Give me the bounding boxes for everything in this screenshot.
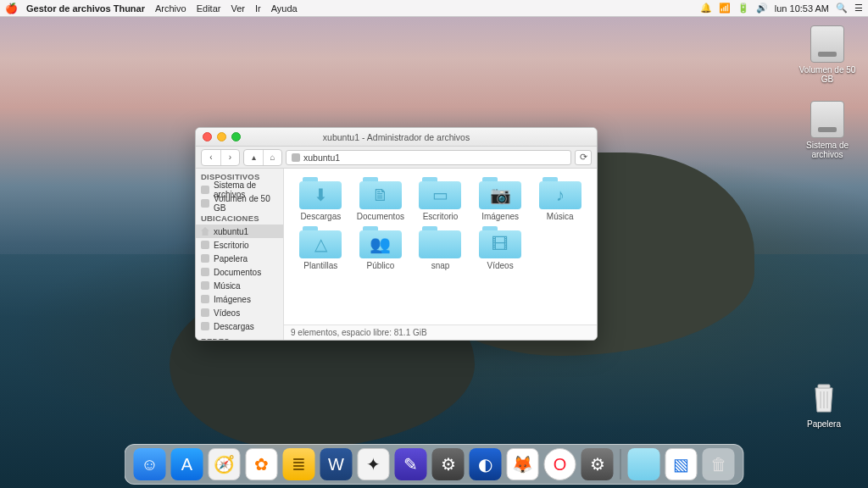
dock-trash[interactable]: 🗑 [703,448,735,480]
desktop-filesystem[interactable]: Sistema de archivos [797,101,858,159]
folder-item-vídeos[interactable]: 🎞Vídeos [472,226,529,270]
maximize-button[interactable] [231,132,241,141]
drive-icon [810,25,844,63]
sidebar-place-desktop[interactable]: Escritorio [196,238,283,252]
nav-home-button[interactable]: ⌂ [263,150,281,165]
wifi-icon[interactable]: 📶 [719,3,731,14]
desktop-trash-label: Papelera [807,419,841,429]
dock-folder[interactable] [628,448,660,480]
desktop-volume-label: Volumen de 50 GB [797,65,858,84]
folder-item-snap[interactable]: snap [412,226,469,270]
folder-item-escritorio[interactable]: ▭Escritorio [412,177,469,221]
menu-archivo[interactable]: Archivo [155,3,186,14]
folder-item-documentos[interactable]: 🗎Documentos [353,177,409,221]
dock-imovie[interactable]: ✦ [358,448,390,480]
folder-item-público[interactable]: 👥Público [353,226,409,270]
video-icon [201,308,209,317]
menubar: 🍎 Gestor de archivos Thunar Archivo Edit… [0,0,868,17]
sidebar-place-trash[interactable]: Papelera [196,252,283,265]
control-center-icon[interactable]: ☰ [854,3,863,14]
sidebar-network-heading: REDES [196,333,283,340]
folder-icon: ⬇ [299,177,342,209]
menu-ir[interactable]: Ir [255,3,261,14]
nav-up-button[interactable]: ▴ [244,150,263,165]
folder-icon: 👥 [359,226,402,258]
folder-label: Descargas [300,212,341,221]
nav-back-button[interactable]: ‹ [202,150,220,165]
window-titlebar[interactable]: xubuntu1 - Administrador de archivos [196,128,597,147]
folder-icon: 🗎 [359,177,402,209]
dock-word[interactable]: W [320,448,353,480]
folder-label: Vídeos [487,261,514,270]
refresh-button[interactable]: ⟳ [575,150,592,165]
sidebar-place-pictures[interactable]: Imágenes [196,292,283,306]
menu-ayuda[interactable]: Ayuda [271,3,298,14]
drive-icon [810,101,844,138]
trash-icon [201,254,209,263]
dock-notes[interactable]: ≣ [283,448,315,480]
folder-item-música[interactable]: ♪Música [531,177,588,221]
menubar-app-name[interactable]: Gestor de archivos Thunar [26,3,145,14]
folder-icon: 🎞 [479,226,521,258]
trash-icon [808,380,840,417]
sidebar-device-volume[interactable]: Volumen de 50 GB [196,197,283,210]
menu-editar[interactable]: Editar [197,3,221,14]
dock-appstore[interactable]: A [171,448,203,480]
status-text: 9 elementos, espacio libre: 81.1 GiB [291,328,427,337]
battery-icon[interactable]: 🔋 [737,3,749,14]
sidebar-place-music[interactable]: Música [196,279,283,292]
folder-icon: 📷 [479,177,521,209]
menu-ver[interactable]: Ver [231,3,245,14]
folder-label: snap [431,261,450,270]
folder-icon [201,241,209,249]
path-bar[interactable]: xubuntu1 [286,150,571,165]
dock-firefox[interactable]: 🦊 [507,448,539,480]
folder-item-imágenes[interactable]: 📷Imágenes [472,177,529,221]
folder-icon: △ [299,226,342,258]
folder-item-plantillas[interactable]: △Plantillas [292,226,349,270]
folder-label: Música [547,212,574,221]
close-button[interactable] [203,132,212,141]
music-icon [201,281,209,290]
content-pane[interactable]: ⬇Descargas🗎Documentos▭Escritorio📷Imágene… [284,169,597,340]
volume-icon[interactable]: 🔊 [756,3,768,14]
sidebar-place-downloads[interactable]: Descargas [196,319,283,333]
home-icon [292,153,300,162]
dock-settings[interactable]: ⚙ [432,448,465,480]
sidebar-place-videos[interactable]: Vídeos [196,306,283,319]
dock-photos[interactable]: ✿ [246,448,278,480]
dock-ink[interactable]: ✎ [395,448,427,480]
folder-label: Plantillas [303,261,337,270]
dock-gear[interactable]: ⚙ [581,448,614,480]
desktop-trash[interactable]: Papelera [793,380,854,429]
desktop-icons: Volumen de 50 GB Sistema de archivos [797,25,858,159]
folder-label: Imágenes [481,212,519,221]
toolbar: ‹ › ▴ ⌂ xubuntu1 ⟳ [196,147,597,169]
menubar-clock[interactable]: lun 10:53 AM [775,3,829,14]
nav-forward-button[interactable]: › [220,150,239,165]
apple-menu-icon[interactable]: 🍎 [5,3,18,14]
dock-stack[interactable]: ▧ [665,448,698,480]
minimize-button[interactable] [217,132,226,141]
breadcrumb-current[interactable]: xubuntu1 [303,152,340,163]
dock-opera[interactable]: O [544,448,576,480]
folder-icon: ▭ [419,177,461,209]
folder-item-descargas[interactable]: ⬇Descargas [292,177,349,221]
folder-label: Documentos [357,212,404,221]
sidebar-place-documents[interactable]: Documentos [196,265,283,279]
image-icon [201,295,209,303]
sidebar-place-home[interactable]: xubuntu1 [196,225,283,238]
sidebar: DISPOSITIVOS Sistema de archivos Volumen… [196,169,284,340]
dock-clock[interactable]: ◐ [470,448,502,480]
folder-label: Público [366,261,394,270]
spotlight-icon[interactable]: 🔍 [836,3,848,14]
dock-finder[interactable]: ☺ [134,448,166,480]
notifications-icon[interactable]: 🔔 [700,3,712,14]
drive-icon [201,199,209,208]
folder-icon [201,268,209,276]
desktop-volume[interactable]: Volumen de 50 GB [797,25,858,84]
dock: ☺A🧭✿≣W✦✎⚙◐🦊O⚙▧🗑 [125,444,744,485]
svg-rect-0 [818,385,830,388]
dock-safari[interactable]: 🧭 [209,448,241,480]
window-title: xubuntu1 - Administrador de archivos [323,132,470,142]
